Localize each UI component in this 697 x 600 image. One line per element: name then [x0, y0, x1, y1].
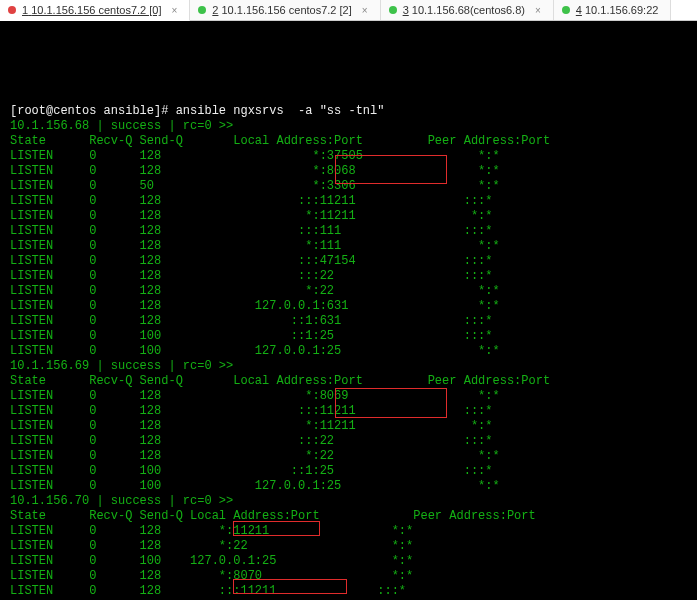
table-row: LISTEN 0 128 :::47154 :::*	[10, 254, 689, 269]
close-icon[interactable]: ×	[362, 5, 368, 16]
table-row: LISTEN 0 128 :::22 :::*	[10, 434, 689, 449]
close-icon[interactable]: ×	[171, 5, 177, 16]
table-row: LISTEN 0 100 127.0.0.1:25 *:*	[10, 479, 689, 494]
tab-2[interactable]: 2 10.1.156.156 centos7.2 [2] ×	[190, 0, 380, 20]
status-dot-icon	[562, 6, 570, 14]
status-dot-icon	[389, 6, 397, 14]
tab-num: 4	[576, 4, 582, 16]
tab-4[interactable]: 4 10.1.156.69:22	[554, 0, 672, 20]
status-dot-icon	[198, 6, 206, 14]
table-row: LISTEN 0 128 :::11211 :::*	[10, 404, 689, 419]
table-row: LISTEN 0 128 ::1:631 :::*	[10, 314, 689, 329]
table-row: LISTEN 0 100 127.0.0.1:25 *:*	[10, 554, 689, 569]
table-row: LISTEN 0 128 :::22 :::*	[10, 269, 689, 284]
tab-num: 1	[22, 4, 28, 16]
table-row: LISTEN 0 128 :::11211 :::*	[10, 194, 689, 209]
table-row: LISTEN 0 128 127.0.0.1:631 *:*	[10, 299, 689, 314]
tab-1[interactable]: 1 10.1.156.156 centos7.2 [0] ×	[0, 0, 190, 21]
table-row: LISTEN 0 128 *:22 *:*	[10, 284, 689, 299]
table-row: LISTEN 0 128 *:8068 *:*	[10, 164, 689, 179]
table-row: LISTEN 0 128 *:22 *:*	[10, 539, 689, 554]
tab-3[interactable]: 3 10.1.156.68(centos6.8) ×	[381, 0, 554, 20]
table-row: LISTEN 0 128 *:11211 *:*	[10, 419, 689, 434]
table-row: LISTEN 0 100 127.0.0.1:25 *:*	[10, 344, 689, 359]
terminal-output[interactable]: [root@centos ansible]# ansible ngxsrvs -…	[0, 21, 697, 600]
table-row: LISTEN 0 128 :::11211 :::*	[10, 584, 689, 599]
tab-num: 2	[212, 4, 218, 16]
table-row: LISTEN 0 128 :::111 :::*	[10, 224, 689, 239]
host-header: 10.1.156.68 | success | rc=0 >>	[10, 119, 689, 134]
column-header: State Recv-Q Send-Q Local Address:Port P…	[10, 134, 689, 149]
tab-text: 10.1.156.69:22	[585, 4, 658, 16]
table-row: LISTEN 0 128 *:111 *:*	[10, 239, 689, 254]
table-row: LISTEN 0 128 *:22 *:*	[10, 449, 689, 464]
table-row: LISTEN 0 128 *:8070 *:*	[10, 569, 689, 584]
table-row: LISTEN 0 128 *:11211 *:*	[10, 209, 689, 224]
column-header: State Recv-Q Send-Q Local Address:Port P…	[10, 374, 689, 389]
table-row: LISTEN 0 128 *:11211 *:*	[10, 524, 689, 539]
prompt-line: [root@centos ansible]# ansible ngxsrvs -…	[10, 104, 689, 119]
close-icon[interactable]: ×	[535, 5, 541, 16]
tab-text: 10.1.156.156 centos7.2 [2]	[222, 4, 352, 16]
tab-bar: 1 10.1.156.156 centos7.2 [0] × 2 10.1.15…	[0, 0, 697, 21]
table-row: LISTEN 0 100 ::1:25 :::*	[10, 329, 689, 344]
tab-text: 10.1.156.68(centos6.8)	[412, 4, 525, 16]
host-header: 10.1.156.70 | success | rc=0 >>	[10, 494, 689, 509]
tab-text: 10.1.156.156 centos7.2 [0]	[31, 4, 161, 16]
tab-num: 3	[403, 4, 409, 16]
table-row: LISTEN 0 128 *:8069 *:*	[10, 389, 689, 404]
host-header: 10.1.156.69 | success | rc=0 >>	[10, 359, 689, 374]
table-row: LISTEN 0 50 *:3306 *:*	[10, 179, 689, 194]
table-row: LISTEN 0 100 ::1:25 :::*	[10, 464, 689, 479]
column-header: State Recv-Q Send-Q Local Address:Port P…	[10, 509, 689, 524]
status-dot-icon	[8, 6, 16, 14]
table-row: LISTEN 0 128 *:37505 *:*	[10, 149, 689, 164]
